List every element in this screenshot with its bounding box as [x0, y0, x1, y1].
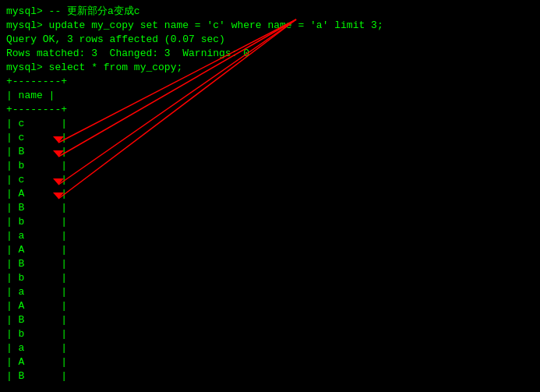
terminal-line: | name |	[6, 89, 534, 103]
terminal-line: +--------+	[6, 75, 534, 89]
terminal-line: | c |	[6, 117, 534, 131]
terminal-line: | A |	[6, 355, 534, 369]
terminal-line: mysql> update my_copy set name = 'c' whe…	[6, 19, 534, 33]
terminal-line: mysql> select * from my_copy;	[6, 61, 534, 75]
terminal-line: | B |	[6, 201, 534, 215]
terminal-line: | b |	[6, 271, 534, 285]
terminal-line: | b |	[6, 327, 534, 341]
terminal-line: Rows matched: 3 Changed: 3 Warnings: 0	[6, 47, 534, 61]
terminal-line: | B |	[6, 145, 534, 159]
terminal-line: | b |	[6, 159, 534, 173]
terminal-line: | a |	[6, 341, 534, 355]
terminal-line: | A |	[6, 243, 534, 257]
terminal-line: | c |	[6, 131, 534, 145]
terminal-line: mysql> -- 更新部分a变成c	[6, 5, 534, 19]
terminal-line: | B |	[6, 369, 534, 383]
terminal-line: | b |	[6, 215, 534, 229]
terminal-line: | A |	[6, 299, 534, 313]
terminal-line: Query OK, 3 rows affected (0.07 sec)	[6, 33, 534, 47]
terminal-line: +--------+	[6, 103, 534, 117]
terminal: mysql> -- 更新部分a变成cmysql> update my_copy …	[0, 0, 540, 392]
terminal-line: | a |	[6, 285, 534, 299]
terminal-line: | A |	[6, 187, 534, 201]
terminal-line: | B |	[6, 313, 534, 327]
terminal-line: | c |	[6, 173, 534, 187]
terminal-line: | B |	[6, 257, 534, 271]
terminal-line: | a |	[6, 229, 534, 243]
